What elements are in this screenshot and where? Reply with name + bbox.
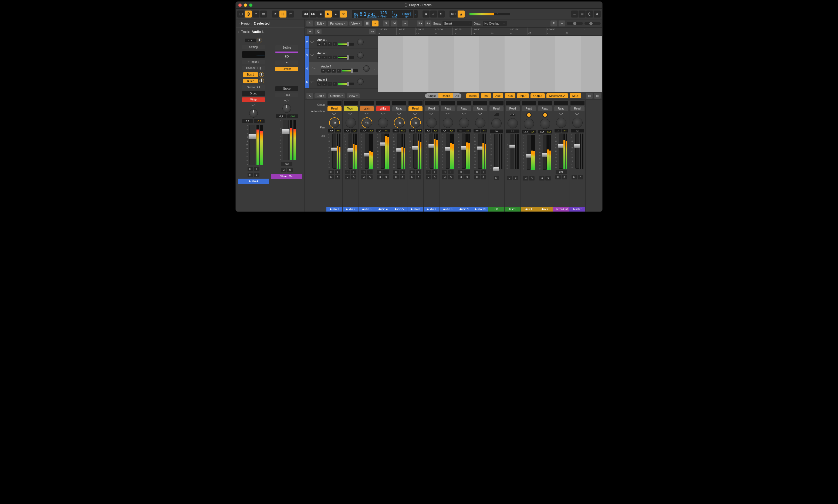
mute-button[interactable]: M — [539, 176, 544, 180]
replace-button[interactable]: ⊠ — [422, 11, 430, 18]
input-monitor[interactable]: I — [464, 170, 470, 174]
record-enable[interactable]: R — [426, 170, 431, 174]
volume-fader[interactable] — [413, 133, 417, 169]
track-header[interactable]: › Track: Audio 4 — [236, 28, 304, 36]
input-monitor[interactable]: I — [448, 170, 454, 174]
record-enable[interactable]: R — [409, 170, 415, 174]
channel-name[interactable]: Audio 5 — [391, 207, 407, 212]
group-slot[interactable] — [376, 101, 390, 105]
autopunch-button[interactable]: ↙ — [430, 11, 437, 18]
pan-knob[interactable] — [508, 118, 518, 128]
lcd-tempo[interactable]: 125 — [380, 11, 387, 15]
pan-knob[interactable] — [556, 118, 566, 128]
channel-name[interactable]: Master — [570, 207, 585, 212]
timeline[interactable]: 1:00:1591:00:20111:00:25131:00:30151:00:… — [378, 28, 602, 92]
solo-button[interactable]: S — [464, 175, 470, 179]
input-monitor[interactable]: I — [400, 170, 405, 174]
channel-name[interactable]: Audio 6 — [407, 207, 423, 212]
seg-all[interactable]: All — [453, 93, 461, 98]
automation-mode[interactable]: Read — [473, 106, 487, 111]
pan-knob[interactable]: -54 — [329, 118, 339, 128]
record-button[interactable]: ● — [332, 11, 339, 18]
pan-knob[interactable] — [491, 118, 502, 128]
mute-button[interactable]: M — [361, 175, 366, 179]
catch-button[interactable]: ⇥ — [402, 20, 408, 26]
functions-menu[interactable]: Functions — [328, 21, 348, 26]
forward-button[interactable]: ▶▶ — [310, 11, 317, 18]
filter-inst[interactable]: Inst — [481, 93, 491, 98]
group-slot[interactable]: Group — [275, 86, 298, 91]
solo-button[interactable]: S — [416, 175, 421, 179]
output-slot[interactable]: Stereo Out — [242, 85, 265, 90]
record-enable[interactable]: R — [394, 170, 399, 174]
record-enable[interactable]: R — [442, 170, 447, 174]
minimize-button[interactable] — [244, 3, 247, 7]
input-button[interactable]: I — [337, 69, 341, 73]
solo-button[interactable]: S — [432, 175, 437, 179]
setting-slot[interactable]: Setting — [275, 45, 298, 50]
group-slot[interactable] — [408, 101, 422, 105]
toolbar-toggle-button[interactable] — [260, 11, 267, 18]
volume-fader[interactable] — [575, 133, 579, 169]
channel-name[interactable]: Audio 8 — [440, 207, 456, 212]
input-button[interactable]: I — [333, 42, 337, 46]
lcd-key[interactable]: Cmaj — [402, 12, 412, 16]
group-slot[interactable] — [344, 101, 358, 105]
mute-button[interactable]: M — [426, 175, 431, 179]
input-monitor[interactable]: I — [351, 170, 356, 174]
pan-knob[interactable] — [282, 104, 291, 113]
back-button[interactable]: ↖ — [307, 20, 313, 26]
zoom-horizontal-button[interactable]: ⇔ — [559, 20, 565, 26]
loop-browser-button[interactable]: ◯ — [586, 11, 593, 18]
channel-name[interactable]: Stereo Out — [553, 207, 569, 212]
solo-button[interactable]: S — [322, 42, 327, 46]
input-button[interactable]: I — [333, 82, 337, 86]
add-track-button[interactable]: ＋ — [307, 29, 313, 34]
solo-button[interactable]: S — [481, 175, 486, 179]
volume-fader[interactable] — [543, 134, 547, 170]
mixer-button[interactable] — [279, 11, 286, 18]
automation-mode[interactable]: Read — [441, 106, 455, 111]
close-button[interactable] — [239, 3, 242, 7]
solo-button[interactable]: S — [545, 176, 551, 180]
mute-button[interactable]: M — [572, 175, 577, 179]
zoom-button[interactable] — [249, 3, 252, 7]
mute-button[interactable]: M — [409, 175, 415, 179]
group-slot[interactable] — [425, 101, 439, 105]
mute-button[interactable]: M — [345, 175, 350, 179]
automation-mode[interactable]: Read — [392, 106, 406, 111]
link-button[interactable]: ▥ — [594, 93, 601, 99]
mute-button[interactable]: M — [458, 175, 464, 179]
channel-name[interactable]: Audio 7 — [424, 207, 439, 212]
filter-audio[interactable]: Audio — [466, 93, 479, 98]
limiter-slot[interactable]: Limiter — [275, 67, 298, 71]
group-slot[interactable]: Group — [242, 91, 265, 96]
automation-mode[interactable]: Touch — [344, 106, 358, 111]
automation-button[interactable]: ↯ — [383, 20, 389, 26]
seg-single[interactable]: Single — [425, 93, 439, 98]
volume-fader[interactable] — [397, 133, 401, 169]
channel-name[interactable]: Audio 1 — [327, 207, 342, 212]
automation-mode[interactable]: Write — [376, 106, 390, 111]
send1-knob[interactable] — [259, 72, 264, 77]
volume-fader[interactable] — [249, 125, 256, 165]
group-slot[interactable] — [554, 101, 568, 105]
channel-name[interactable]: Audio 9 — [456, 207, 472, 212]
library-button[interactable] — [237, 11, 244, 18]
channel-name[interactable]: Stereo Out — [271, 174, 303, 179]
global-tracks-button[interactable]: ▭ — [369, 29, 376, 34]
count-in-button[interactable]: 1234 — [450, 11, 457, 18]
volume-fader[interactable] — [478, 133, 482, 169]
pan-knob[interactable] — [363, 65, 370, 72]
stereo-slot[interactable]: ⚭ — [275, 60, 298, 65]
track-header-row[interactable]: 3 Audio 3 M S R I — [305, 49, 378, 62]
mixer-view-menu[interactable]: View — [347, 93, 360, 98]
eq-slot[interactable]: EQ — [275, 54, 298, 59]
record-enable[interactable]: R — [248, 167, 253, 171]
group-slot[interactable] — [506, 101, 520, 105]
mixer-view-segment[interactable]: Single Tracks All — [425, 93, 461, 98]
volume-fader[interactable] — [365, 133, 368, 169]
group-slot[interactable] — [489, 101, 504, 105]
input-slot[interactable]: ⚭ Input 1 — [242, 60, 265, 64]
solo-button[interactable]: S — [438, 11, 444, 18]
